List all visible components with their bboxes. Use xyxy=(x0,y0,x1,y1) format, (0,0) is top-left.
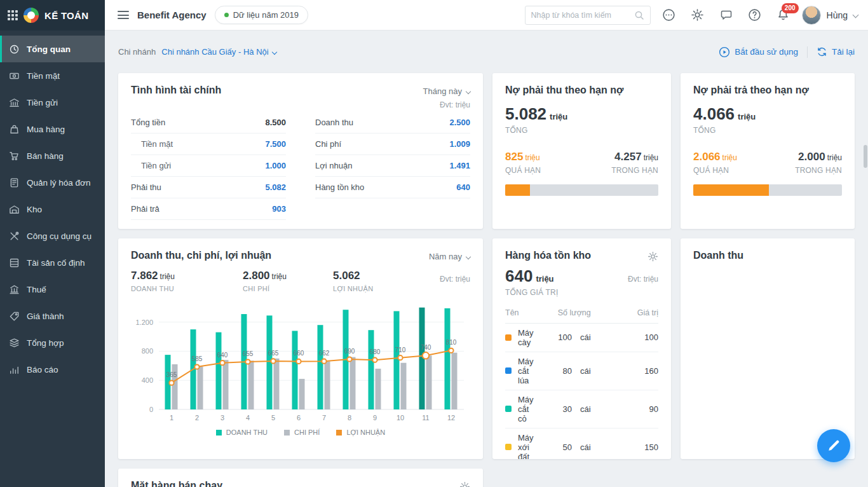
sidebar-item-tai-san-co-dinh[interactable]: Tài sản cố định xyxy=(0,249,105,276)
total-label: TỔNG xyxy=(693,126,842,135)
legend-swatch-icon xyxy=(284,430,290,436)
topbar-main: Benefit Agency Dữ liệu năm 2019 200 xyxy=(105,0,868,30)
finance-row-doanh-thu: Doanh thu2.500 xyxy=(315,112,470,134)
brand: KẾ TOÁN xyxy=(0,0,105,31)
in-term-block: 4.257triệu TRONG HẠN xyxy=(611,151,658,175)
inventory-row-may-cat-co: Máy cắt cỏ30cái90 xyxy=(505,390,658,429)
legend-item-chi-phi[interactable]: CHI PHÍ xyxy=(284,429,320,436)
search-input[interactable] xyxy=(531,11,634,20)
sidebar-item-thue[interactable]: Thuế xyxy=(0,276,105,303)
app-logo-icon xyxy=(24,8,39,23)
sidebar-item-label: Thuế xyxy=(27,285,46,294)
svg-text:655: 655 xyxy=(243,350,254,357)
payable-progress-fill xyxy=(693,184,769,196)
svg-text:0: 0 xyxy=(149,406,153,413)
stat-profit: 5.062 LỢI NHUẬN xyxy=(333,270,373,292)
card-title: Nợ phải thu theo hạn nợ xyxy=(505,85,658,96)
start-using-link[interactable]: Bắt đầu sử dụng xyxy=(719,46,798,58)
finance-row-phai-tra: Phải trả903 xyxy=(131,198,286,220)
sidebar-item-kho[interactable]: Kho xyxy=(0,196,105,223)
branch-label: Chi nhánh xyxy=(118,47,156,57)
topbar: KẾ TOÁN Benefit Agency Dữ liệu năm 2019 xyxy=(0,0,868,31)
subheader: Chi nhánh Chi nhánh Cầu Giấy - Hà Nội Bắ… xyxy=(105,31,868,73)
branch-selector[interactable]: Chi nhánh Cầu Giấy - Hà Nội xyxy=(161,47,276,57)
page-scrollbar-thumb[interactable] xyxy=(864,145,867,168)
apps-grid-icon[interactable] xyxy=(8,10,18,20)
sidebar-item-bao-cao[interactable]: Báo cáo xyxy=(0,356,105,383)
unit-note: Đvt: triệu xyxy=(628,275,658,284)
sidebar-item-label: Tài sản cố định xyxy=(27,258,85,268)
legend-item-doanh-thu[interactable]: DOANH THU xyxy=(216,429,268,436)
receivable-progress-bar xyxy=(505,184,658,196)
sidebar-item-quan-ly-hoa-don[interactable]: Quản lý hóa đơn xyxy=(0,169,105,196)
more-options-icon[interactable] xyxy=(659,4,679,26)
summary-icon xyxy=(9,338,20,348)
sidebar-item-mua-hang[interactable]: Mua hàng xyxy=(0,116,105,142)
period-dropdown[interactable]: Năm nay xyxy=(429,252,470,261)
color-swatch-icon xyxy=(505,334,512,341)
overdue-block: 2.066triệu QUÁ HẠN xyxy=(693,151,737,175)
sidebar-item-gia-thanh[interactable]: Giá thành xyxy=(0,303,105,329)
inventory-row-may-xoi-dat: Máy xới đất50cái150 xyxy=(505,429,658,459)
svg-text:4: 4 xyxy=(246,414,250,422)
help-icon[interactable] xyxy=(745,4,765,26)
data-year-badge[interactable]: Dữ liệu năm 2019 xyxy=(215,6,308,24)
svg-text:7: 7 xyxy=(322,414,326,422)
reload-link[interactable]: Tải lại xyxy=(817,46,855,57)
chart-stats: 7.862triệu DOANH THU 2.800triệu CHI PHÍ … xyxy=(131,270,470,292)
notifications-bell-icon[interactable]: 200 xyxy=(773,4,794,26)
sidebar-item-tong-quan[interactable]: Tổng quan xyxy=(0,36,105,62)
sidebar-item-label: Tiền gửi xyxy=(27,98,58,107)
svg-text:3: 3 xyxy=(220,414,224,422)
cash-icon xyxy=(9,71,20,81)
sidebar-item-cong-cu-dung-cu[interactable]: Công cụ dụng cụ xyxy=(0,223,105,249)
notification-badge: 200 xyxy=(782,3,799,13)
svg-text:2: 2 xyxy=(195,414,199,422)
svg-text:10: 10 xyxy=(397,414,404,422)
sales-cart-icon xyxy=(9,151,20,161)
agency-name: Benefit Agency xyxy=(137,10,207,20)
user-avatar[interactable] xyxy=(802,6,821,25)
sidebar-item-label: Tổng hợp xyxy=(27,338,64,348)
payable-debt-card: Nợ phải trả theo hạn nợ 4.066triệu TỔNG … xyxy=(681,73,855,229)
sidebar-item-tong-hop[interactable]: Tổng hợp xyxy=(0,329,105,356)
sidebar-item-label: Mua hàng xyxy=(27,125,65,134)
sidebar-item-ban-hang[interactable]: Bán hàng xyxy=(0,142,105,169)
finance-row-loi-nhuan: Lợi nhuận1.491 xyxy=(315,155,470,177)
card-settings-gear-icon[interactable] xyxy=(459,481,470,487)
svg-text:585: 585 xyxy=(192,355,203,362)
svg-text:9: 9 xyxy=(373,414,377,422)
sidebar-item-label: Quản lý hóa đơn xyxy=(27,178,90,188)
sidebar-item-label: Kho xyxy=(27,205,42,214)
chat-icon[interactable] xyxy=(716,4,736,26)
stat-cost: 2.800triệu CHI PHÍ xyxy=(243,270,333,292)
card-title: Mặt hàng bán chạy xyxy=(131,480,222,487)
sidebar-menu: Tổng quanTiền mặtTiền gửiMua hàngBán hàn… xyxy=(0,36,105,383)
sidebar-item-label: Công cụ dụng cụ xyxy=(27,231,92,241)
edit-fab-button[interactable] xyxy=(817,429,850,462)
svg-text:660: 660 xyxy=(294,350,304,357)
sidebar-item-label: Tổng quan xyxy=(27,45,71,54)
branch-value: Chi nhánh Cầu Giấy - Hà Nội xyxy=(161,47,268,57)
finance-right-column: Doanh thu2.500Chi phí1.009Lợi nhuận1.491… xyxy=(315,112,470,220)
period-dropdown[interactable]: Tháng này xyxy=(423,86,470,96)
color-swatch-icon xyxy=(505,367,512,374)
legend-item-loi-nhuan[interactable]: LỢI NHUẬN xyxy=(336,429,385,436)
svg-text:710: 710 xyxy=(395,346,406,353)
fixed-asset-icon xyxy=(9,257,20,268)
hamburger-menu-icon[interactable] xyxy=(118,9,129,22)
sidebar-item-tien-gui[interactable]: Tiền gửi xyxy=(0,89,105,116)
svg-text:640: 640 xyxy=(217,352,228,359)
svg-text:400: 400 xyxy=(142,376,153,384)
refresh-icon xyxy=(817,46,827,57)
sidebar-item-tien-mat[interactable]: Tiền mặt xyxy=(0,62,105,89)
sidebar-item-label: Tiền mặt xyxy=(27,71,60,81)
total-value: 4.066triệu xyxy=(693,105,842,123)
inventory-total: 640triệu TỔNG GIÁ TRỊ xyxy=(505,262,559,297)
search-icon[interactable] xyxy=(634,10,644,20)
user-menu-chevron-icon[interactable] xyxy=(853,12,859,18)
card-settings-gear-icon[interactable] xyxy=(648,251,658,262)
settings-gear-icon[interactable] xyxy=(688,4,708,26)
revenue-bottom-card: Doanh thu xyxy=(681,238,855,459)
receivable-progress-fill xyxy=(505,184,530,196)
